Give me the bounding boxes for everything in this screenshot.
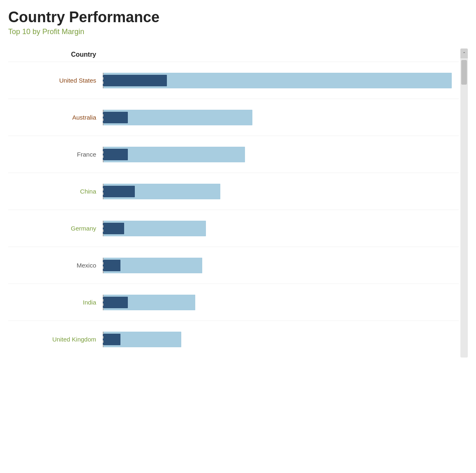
dark-bar [103,223,124,234]
dark-bar [103,149,128,160]
page-subtitle: Top 10 by Profit Margin [8,28,468,36]
bar-wrapper [103,184,220,199]
bar-wrapper [103,110,252,125]
bar-rows: United StatesAustraliaFranceChinaGermany… [8,62,459,358]
bar-row: China [8,173,459,210]
dashed-line [103,295,104,310]
country-label: France [8,151,103,158]
bar-wrapper [103,147,245,162]
dashed-line [103,73,104,88]
country-label: Mexico [8,262,103,269]
country-label: United States [8,77,103,84]
dashed-line [103,184,104,199]
bar-row: Mexico [8,247,459,284]
chart-inner: Country United StatesAustraliaFranceChin… [8,48,459,358]
bar-cell [103,221,459,236]
bar-cell [103,295,459,310]
dark-bar [103,112,128,123]
country-label: Germany [8,225,103,232]
scrollbar-thumb[interactable] [461,60,467,85]
bar-cell [103,184,459,199]
bar-cell [103,332,459,347]
bar-wrapper [103,295,195,310]
bar-wrapper [103,221,206,236]
dark-bar [103,297,128,308]
bar-column-header [103,48,459,58]
dashed-line [103,110,104,125]
country-label: Australia [8,114,103,121]
dashed-line [103,221,104,236]
scrollbar-track[interactable]: ⌃ [460,48,468,358]
page-container: Country Performance Top 10 by Profit Mar… [0,0,476,366]
dark-bar [103,186,135,197]
chart-area: Country United StatesAustraliaFranceChin… [8,48,468,358]
bar-cell [103,73,459,88]
bar-cell [103,147,459,162]
bar-wrapper [103,73,452,88]
country-label: China [8,188,103,195]
bar-cell [103,110,459,125]
bar-row: United States [8,62,459,99]
dark-bar [103,75,167,86]
country-label: India [8,299,103,306]
bar-wrapper [103,332,181,347]
bar-row: Germany [8,210,459,247]
bar-row: Australia [8,99,459,136]
country-label: United Kingdom [8,336,103,343]
dashed-line [103,332,104,347]
dark-bar [103,334,120,345]
country-column-header: Country [8,48,103,58]
bar-row: United Kingdom [8,321,459,358]
bar-row: India [8,284,459,321]
dashed-line [103,258,104,273]
bar-row: France [8,136,459,173]
dark-bar [103,260,120,271]
bar-cell [103,258,459,273]
column-header-row: Country [8,48,459,58]
bar-wrapper [103,258,202,273]
dashed-line [103,147,104,162]
page-title: Country Performance [8,8,468,26]
scrollbar-up-button[interactable]: ⌃ [460,48,468,58]
